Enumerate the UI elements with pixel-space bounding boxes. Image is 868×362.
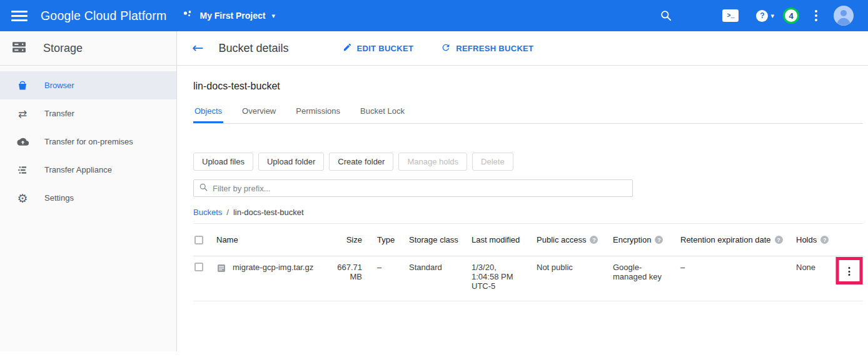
brand-logo: Google Cloud Platform <box>41 9 166 23</box>
delete-button: Delete <box>472 153 513 171</box>
cell-actions <box>835 263 863 291</box>
cell-size: 667.71 MB <box>335 263 363 291</box>
gear-icon: ⚙ <box>16 191 29 205</box>
filter-by-prefix-input[interactable] <box>213 184 632 193</box>
chevron-down-icon: ▾ <box>272 13 276 19</box>
sidebar-item-label: Settings <box>44 193 74 203</box>
pencil-icon <box>343 43 352 54</box>
sidebar-nav: Browser ⇄ Transfer Transfer for on-premi… <box>0 66 176 212</box>
hamburger-menu-icon[interactable] <box>11 11 28 21</box>
tab-permissions[interactable]: Permissions <box>295 103 341 123</box>
sidebar: Storage Browser ⇄ Transfer Transfer for … <box>0 31 177 351</box>
main-panel: ← Bucket details EDIT BUCKET REFRESH BUC… <box>177 31 868 351</box>
edit-bucket-label: EDIT BUCKET <box>357 44 414 53</box>
notifications-badge[interactable]: 4 <box>783 8 799 24</box>
cell-holds: None <box>787 263 835 291</box>
sidebar-item-transfer[interactable]: ⇄ Transfer <box>0 99 176 128</box>
breadcrumb-current: lin-docs-test-bucket <box>233 208 304 217</box>
breadcrumb-buckets-link[interactable]: Buckets <box>193 208 222 217</box>
cloud-shell-icon[interactable]: >_ <box>722 9 739 22</box>
page-title: Bucket details <box>218 42 288 55</box>
refresh-icon <box>441 43 451 54</box>
sidebar-item-settings[interactable]: ⚙ Settings <box>0 184 176 212</box>
project-name: My First Project <box>199 11 265 21</box>
cell-retention-expiration-date: – <box>674 263 787 291</box>
create-folder-button[interactable]: Create folder <box>329 153 393 171</box>
objects-toolbar: Upload files Upload folder Create folder… <box>193 153 863 171</box>
sidebar-item-transfer-on-premises[interactable]: Transfer for on-premises <box>0 128 176 156</box>
more-options-icon[interactable] <box>813 8 819 23</box>
sidebar-item-label: Transfer for on-premises <box>44 137 133 146</box>
file-icon <box>216 263 226 275</box>
back-arrow-icon[interactable]: ← <box>192 41 203 55</box>
storage-product-icon <box>11 39 27 58</box>
row-actions-menu-icon[interactable] <box>847 266 852 277</box>
help-icon[interactable]: ? <box>775 236 783 244</box>
bucket-details-content: lin-docs-test-bucket Objects Overview Pe… <box>177 81 868 301</box>
search-icon <box>199 183 208 194</box>
sidebar-item-label: Browser <box>44 81 74 90</box>
breadcrumb-separator: / <box>226 208 229 217</box>
manage-holds-button: Manage holds <box>398 153 467 171</box>
filter-box <box>193 179 633 197</box>
topbar: Google Cloud Platform My First Project ▾… <box>0 0 868 31</box>
topbar-actions: >_ ? ▾ 4 <box>660 5 854 26</box>
edit-bucket-button[interactable]: EDIT BUCKET <box>343 43 414 54</box>
cell-storage-class: Standard <box>398 263 463 291</box>
column-header-holds: Holds ? <box>787 235 835 244</box>
transfer-arrows-icon: ⇄ <box>16 108 29 120</box>
bucket-tabs: Objects Overview Permissions Bucket Lock <box>193 103 863 124</box>
sidebar-header: Storage <box>0 31 176 66</box>
breadcrumb: Buckets / lin-docs-test-bucket <box>193 208 863 217</box>
select-all-checkbox[interactable] <box>194 236 203 244</box>
project-selector[interactable]: My First Project ▾ <box>183 9 275 23</box>
app-frame: Storage Browser ⇄ Transfer Transfer for … <box>0 31 868 351</box>
sidebar-item-transfer-appliance[interactable]: Transfer Appliance <box>0 156 176 184</box>
bucket-icon <box>16 80 29 91</box>
tab-overview[interactable]: Overview <box>241 103 277 123</box>
column-header-storage-class: Storage class <box>398 235 463 244</box>
objects-table: Name Size Type Storage class Last modifi… <box>193 223 863 301</box>
bucket-name: lin-docs-test-bucket <box>193 81 863 92</box>
upload-folder-button[interactable]: Upload folder <box>258 153 324 171</box>
chevron-down-icon: ▾ <box>770 13 774 19</box>
avatar[interactable] <box>833 5 854 26</box>
tab-objects[interactable]: Objects <box>193 103 223 123</box>
row-checkbox[interactable] <box>194 263 203 271</box>
column-header-type: Type <box>363 235 398 244</box>
cloud-upload-icon <box>16 136 29 148</box>
cell-public-access: Not public <box>528 263 605 291</box>
help-icon[interactable]: ? <box>590 236 598 244</box>
cell-last-modified: 1/3/20, 1:04:58 PM UTC-5 <box>463 263 528 291</box>
cell-type: – <box>363 263 398 291</box>
appliance-list-icon <box>16 164 29 176</box>
upload-files-button[interactable]: Upload files <box>193 153 253 171</box>
search-icon[interactable] <box>660 9 672 22</box>
cell-encryption: Google-managed key <box>605 263 674 291</box>
column-header-public-access: Public access ? <box>528 235 605 244</box>
project-icon <box>183 9 193 23</box>
object-name-link[interactable]: migrate-gcp-img.tar.gz <box>233 263 313 272</box>
column-header-last-modified: Last modified <box>463 235 528 244</box>
column-header-retention-expiration-date: Retention expiration date ? <box>674 235 787 244</box>
help-icon[interactable]: ? <box>655 236 663 244</box>
help-icon[interactable]: ? <box>820 236 829 244</box>
column-header-encryption: Encryption ? <box>605 235 674 244</box>
sidebar-item-label: Transfer <box>44 109 74 118</box>
refresh-bucket-button[interactable]: REFRESH BUCKET <box>441 43 533 54</box>
tab-bucket-lock[interactable]: Bucket Lock <box>359 103 406 123</box>
column-header-size: Size <box>335 235 363 244</box>
table-row: migrate-gcp-img.tar.gz 667.71 MB – Stand… <box>193 256 863 301</box>
sidebar-item-label: Transfer Appliance <box>44 165 112 174</box>
table-header-row: Name Size Type Storage class Last modifi… <box>193 224 863 256</box>
sidebar-item-browser[interactable]: Browser <box>0 71 176 99</box>
page-header: ← Bucket details EDIT BUCKET REFRESH BUC… <box>177 31 868 66</box>
refresh-bucket-label: REFRESH BUCKET <box>456 44 533 53</box>
help-icon: ? <box>756 10 768 22</box>
sidebar-title: Storage <box>43 42 83 55</box>
column-header-name: Name <box>212 235 335 244</box>
help-menu[interactable]: ? ▾ <box>756 10 774 22</box>
